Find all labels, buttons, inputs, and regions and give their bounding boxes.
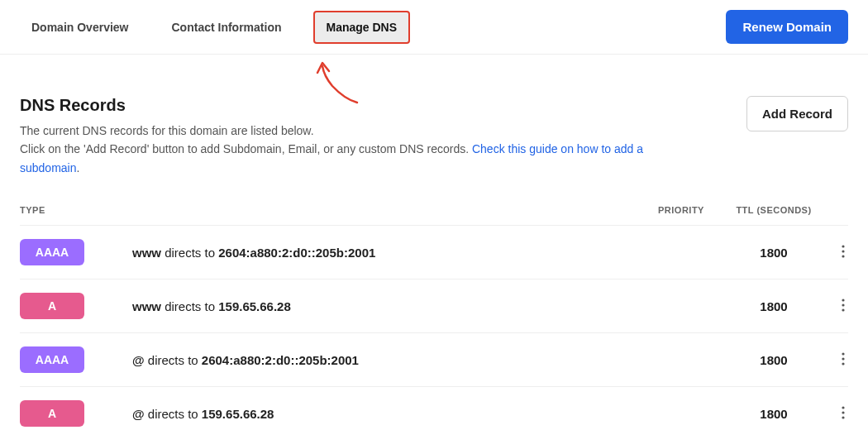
col-priority-header: PRIORITY xyxy=(658,205,724,215)
directs-to-text: directs to xyxy=(161,246,218,260)
kebab-icon xyxy=(842,299,845,312)
svg-point-8 xyxy=(842,362,844,365)
table-row: A@ directs to 159.65.66.281800 xyxy=(20,386,848,430)
record-name: www xyxy=(132,299,161,313)
svg-point-10 xyxy=(842,411,844,413)
table-row: AAAA@ directs to 2604:a880:2:d0::205b:20… xyxy=(20,332,848,386)
record-type-badge: AAAA xyxy=(20,346,84,373)
record-description: @ directs to 159.65.66.28 xyxy=(103,407,658,421)
record-type-badge: A xyxy=(20,400,84,427)
desc-suffix: . xyxy=(77,161,80,174)
record-name: @ xyxy=(132,407,145,421)
record-name: www xyxy=(132,246,161,260)
record-value: 2604:a880:2:d0::205b:2001 xyxy=(202,353,359,367)
svg-point-5 xyxy=(842,308,844,311)
record-value: 2604:a880:2:d0::205b:2001 xyxy=(218,246,375,260)
directs-to-text: directs to xyxy=(145,407,202,421)
annotation-arrow xyxy=(0,55,868,96)
tab-domain-overview[interactable]: Domain Overview xyxy=(20,12,141,42)
add-record-button[interactable]: Add Record xyxy=(746,96,848,131)
directs-to-text: directs to xyxy=(161,299,218,313)
svg-point-11 xyxy=(842,416,844,418)
table-header: TYPE PRIORITY TTL (SECONDS) xyxy=(20,205,848,225)
record-value: 159.65.66.28 xyxy=(202,407,274,421)
record-name: @ xyxy=(132,353,145,367)
svg-point-3 xyxy=(842,299,844,301)
record-value: 159.65.66.28 xyxy=(218,299,291,313)
row-menu-button[interactable] xyxy=(823,299,848,314)
svg-point-2 xyxy=(842,255,844,257)
svg-point-9 xyxy=(842,406,844,408)
record-ttl: 1800 xyxy=(724,299,823,313)
desc-line1: The current DNS records for this domain … xyxy=(20,124,314,137)
record-ttl: 1800 xyxy=(724,407,823,421)
record-ttl: 1800 xyxy=(724,353,823,367)
col-type-header: TYPE xyxy=(20,205,103,215)
kebab-icon xyxy=(842,406,845,419)
svg-point-1 xyxy=(842,250,844,252)
row-menu-button[interactable] xyxy=(823,406,848,422)
record-description: www directs to 2604:a880:2:d0::205b:2001 xyxy=(103,246,658,260)
svg-point-0 xyxy=(842,245,844,247)
records-body: AAAAwww directs to 2604:a880:2:d0::205b:… xyxy=(20,225,848,430)
row-menu-button[interactable] xyxy=(823,352,848,368)
record-type-badge: AAAA xyxy=(20,239,84,265)
directs-to-text: directs to xyxy=(145,353,202,367)
record-description: www directs to 159.65.66.28 xyxy=(103,299,658,313)
desc-line2-prefix: Click on the 'Add Record' button to add … xyxy=(20,142,472,155)
svg-point-7 xyxy=(842,357,844,360)
section-description: The current DNS records for this domain … xyxy=(20,122,648,177)
svg-point-4 xyxy=(842,303,844,306)
tab-manage-dns[interactable]: Manage DNS xyxy=(313,11,411,44)
col-ttl-header: TTL (SECONDS) xyxy=(724,205,823,215)
renew-domain-button[interactable]: Renew Domain xyxy=(726,10,848,44)
tabs: Domain Overview Contact Information Mana… xyxy=(20,11,410,44)
row-menu-button[interactable] xyxy=(823,245,848,260)
svg-point-6 xyxy=(842,352,844,355)
kebab-icon xyxy=(842,245,845,258)
table-row: AAAAwww directs to 2604:a880:2:d0::205b:… xyxy=(20,225,848,279)
record-ttl: 1800 xyxy=(724,246,823,260)
record-type-badge: A xyxy=(20,293,84,319)
kebab-icon xyxy=(842,352,845,366)
tab-contact-information[interactable]: Contact Information xyxy=(160,12,293,42)
record-description: @ directs to 2604:a880:2:d0::205b:2001 xyxy=(103,353,658,367)
table-row: Awww directs to 159.65.66.281800 xyxy=(20,279,848,332)
